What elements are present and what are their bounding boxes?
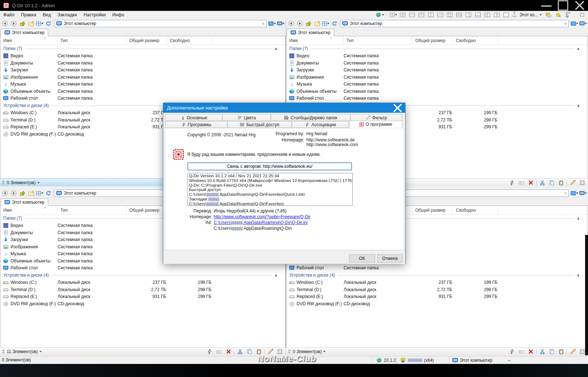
layout-preset-10-button[interactable] [474, 11, 482, 19]
link[interactable]: C:\Users\ AppData\Roaming\Q-Dir\Q-Dir.in… [214, 220, 307, 225]
chevron-down-icon[interactable] [539, 14, 542, 16]
file-row[interactable]: ♪МузыкаСистемная папка [286, 81, 588, 88]
file-row[interactable]: Объемные объектыСистемная папка [286, 88, 588, 95]
group-header[interactable]: Устройства и диски (4)∧ [0, 272, 285, 279]
layout-preset-1-button[interactable] [390, 11, 397, 19]
file-row[interactable]: Terminal (D:)Локальный диск2,72 ТБ298 ГБ [0, 286, 285, 293]
dialog-tab-основные[interactable]: iОсновные [165, 114, 222, 121]
chevron-down-icon[interactable] [585, 192, 587, 194]
column-header-3[interactable]: Общий размер [412, 36, 453, 45]
dialog-tab-столбцы-дерево-папок[interactable]: Столбцы/Дерево папок [271, 114, 350, 121]
collapse-icon[interactable]: ∧ [274, 273, 277, 277]
flash-button[interactable] [508, 348, 516, 355]
address-dropdown-icon[interactable]: ∨ [262, 22, 264, 25]
rename-button[interactable] [215, 348, 223, 355]
delete-button[interactable] [527, 179, 534, 186]
column-header-2[interactable]: Тип [58, 206, 126, 214]
file-row[interactable]: DVD RW дисковод (F:)CD-дисковод [286, 300, 588, 307]
layout-preset-9-button[interactable] [465, 11, 472, 19]
column-header-4[interactable]: Свободно [167, 36, 212, 45]
up-button[interactable] [18, 190, 26, 197]
new-folder-button[interactable] [27, 20, 35, 28]
computer-view-button[interactable] [277, 20, 285, 28]
tab-this-computer[interactable]: Этот компьютер [1, 29, 48, 36]
forward-button[interactable] [10, 20, 17, 28]
delete-button[interactable] [527, 348, 534, 355]
panes-button[interactable] [36, 20, 43, 28]
file-row[interactable]: ВидеоСистемная папка [0, 53, 285, 60]
link[interactable]: http://www.softwareok.com/?seite=Freewar… [214, 214, 311, 219]
flash-button[interactable] [206, 348, 213, 355]
close-icon[interactable] [571, 0, 588, 11]
copy-button[interactable] [548, 348, 555, 355]
chevron-down-icon[interactable] [37, 182, 39, 183]
chevron-down-icon[interactable] [327, 23, 329, 24]
chevron-down-icon[interactable] [41, 192, 43, 194]
dialog-tab-программы[interactable]: Программы [165, 121, 227, 128]
file-row[interactable]: Replaced (E:)Локальный диск931 ГБ299 ГБ [0, 293, 285, 301]
winbox-button[interactable] [578, 11, 586, 19]
group-header[interactable]: Папки (7)∧ [286, 45, 588, 53]
cut-button[interactable] [538, 348, 546, 355]
layout-preset-3-button[interactable] [408, 11, 416, 19]
desktop-view-button[interactable] [571, 190, 578, 197]
version-info-box[interactable]: Q-Dir Version 10.1.2 x64 / Nov 21 2021 2… [188, 173, 353, 206]
file-row[interactable]: Рабочий столСистемная папка [286, 265, 588, 272]
file-row[interactable]: ИзображенияСистемная папка [286, 74, 588, 81]
copy-button[interactable] [548, 179, 555, 186]
chevron-down-icon[interactable] [282, 23, 285, 24]
file-row[interactable]: Объемные объектыСистемная папка [0, 88, 285, 95]
file-row[interactable]: Windows (C:)Локальный диск237 ГБ199 ГБ [0, 279, 285, 286]
printer-folder-button[interactable] [545, 11, 552, 19]
zoom-cursor-button[interactable]: zoom [563, 11, 571, 19]
copy-button[interactable] [245, 348, 253, 355]
refresh-button[interactable] [45, 190, 52, 197]
column-header-4[interactable]: Свободно [453, 36, 498, 45]
group-header[interactable]: Папки (7)∧ [0, 45, 285, 53]
file-row[interactable]: ♪МузыкаСистемная папка [0, 81, 285, 88]
globe-icon[interactable] [375, 12, 381, 18]
file-row[interactable]: DVD RW дисковод (F:)CD-дисковод [0, 300, 285, 307]
chevron-down-icon[interactable] [576, 192, 578, 194]
delete-button[interactable] [224, 348, 232, 355]
layout-preset-11-button[interactable] [484, 11, 491, 19]
minimize-icon[interactable] [538, 0, 555, 11]
star-plus-button[interactable] [554, 11, 562, 19]
flash-button[interactable] [508, 179, 516, 186]
layout-preset-12-button[interactable] [493, 11, 501, 19]
collapse-icon[interactable]: ∧ [577, 104, 580, 108]
forward-button[interactable] [296, 20, 303, 28]
address-dropdown-icon[interactable]: ∨ [564, 191, 567, 195]
refresh-button[interactable] [45, 20, 52, 28]
gridsm-button[interactable] [578, 179, 586, 186]
back-button[interactable] [287, 20, 295, 28]
file-row[interactable]: Рабочий столСистемная папка [0, 265, 285, 272]
paste-button[interactable] [557, 348, 565, 355]
chevron-down-icon[interactable] [395, 14, 397, 16]
layout-preset-13-button[interactable] [503, 11, 510, 19]
back-button[interactable] [1, 20, 9, 28]
address-bar[interactable]: Этот компьютер∨ [340, 20, 569, 27]
computer-view-button[interactable] [579, 190, 587, 197]
group-header[interactable]: Устройства и диски (4)∧ [286, 272, 588, 279]
file-row[interactable]: ВидеоСистемная папка [286, 53, 588, 60]
collapse-icon[interactable]: ∧ [274, 47, 277, 51]
up-button[interactable] [18, 20, 26, 28]
menu-item-4[interactable]: Закладки [54, 11, 80, 18]
address-dropdown-icon[interactable]: ∨ [564, 22, 567, 25]
file-row[interactable]: Replaced (E:)Локальный диск931 ГБ299 ГБ [286, 293, 588, 301]
panes-button[interactable] [322, 20, 329, 28]
menu-item-3[interactable]: Вид [39, 11, 54, 18]
up-button[interactable] [304, 20, 312, 28]
run-menu-button[interactable] [375, 12, 384, 18]
collapse-icon[interactable]: ∧ [577, 47, 580, 51]
column-header-3[interactable]: Общий размер [126, 36, 167, 45]
file-row[interactable]: Рабочий столСистемная папка [0, 95, 285, 102]
new-folder-button[interactable] [313, 20, 321, 28]
dialog-title-bar[interactable]: Дополнительные настройки [163, 103, 405, 113]
refresh-button[interactable] [331, 20, 338, 28]
edit-button[interactable] [569, 348, 576, 355]
layout-preset-8-button[interactable] [455, 11, 463, 19]
column-header-3[interactable]: Общий размер [412, 206, 453, 214]
file-row[interactable]: ЗагрузкиСистемная папка [286, 67, 588, 74]
